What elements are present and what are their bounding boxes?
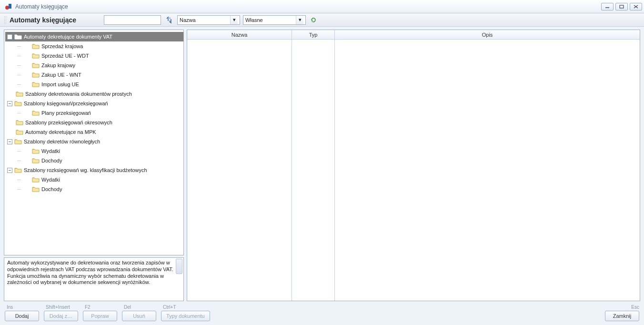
left-pane: −Automaty dekretujące dokumenty VAT─Sprz… (4, 30, 184, 301)
page-title: Automaty księgujące (10, 16, 76, 24)
sort-field-combo[interactable]: Nazwa ▾ (177, 15, 240, 25)
header-bar: Automaty księgujące 1 3 Nazwa ▾ Własne ▾ (0, 13, 644, 27)
combo-value: Nazwa (180, 17, 228, 23)
folder-icon (14, 100, 22, 107)
tree-node[interactable]: ─Zakup krajowy (15, 61, 183, 70)
collapse-icon[interactable]: − (7, 168, 12, 173)
tree-node-label: Szablony dekretowania dokumentów prostyc… (25, 91, 132, 97)
app-icon (5, 3, 12, 10)
svg-point-0 (5, 6, 9, 10)
collapse-icon[interactable]: − (7, 34, 12, 40)
chevron-down-icon: ▾ (230, 16, 238, 24)
description-panel: Automaty wykorzystywane do dekretowania … (4, 257, 184, 301)
tree-node[interactable]: −Szablony księgowań/przeksięgowań (5, 99, 183, 108)
folder-icon (32, 71, 40, 78)
tree-node[interactable]: ─Wydatki (15, 146, 183, 156)
main-area: −Automaty dekretujące dokumenty VAT─Sprz… (0, 27, 644, 301)
tree-node[interactable]: ─Dochody (15, 156, 183, 165)
column-nazwa[interactable]: Nazwa (187, 30, 292, 39)
svg-rect-3 (620, 5, 624, 8)
doc-types-button[interactable]: Typy dokumentu (161, 311, 210, 321)
tree-node-label: Automaty dekretujące dokumenty VAT (24, 34, 112, 40)
tree-node-label: Import usług UE (41, 81, 79, 87)
shortcut-label: Ins (5, 305, 13, 310)
tree-node-label: Szablony dekretów równoległych (24, 139, 100, 144)
folder-icon (32, 157, 40, 164)
svg-rect-1 (9, 4, 11, 9)
tree-panel[interactable]: −Automaty dekretujące dokumenty VAT─Sprz… (4, 30, 184, 255)
search-input[interactable] (104, 15, 161, 25)
shortcut-label: Ctrl+T (161, 305, 176, 310)
tree-node[interactable]: −Szablony rozksięgowań wg. klasyfikacji … (5, 165, 183, 175)
close-button[interactable] (630, 3, 642, 10)
maximize-button[interactable] (615, 3, 628, 10)
tree-node[interactable]: ─Import usług UE (15, 80, 183, 89)
folder-icon (16, 91, 23, 97)
edit-button[interactable]: Popraw (83, 311, 117, 321)
minimize-button[interactable] (601, 3, 614, 10)
tree-node-label: Dochody (41, 158, 62, 163)
tree-node-label: Szablony przeksięgowań okresowych (25, 120, 112, 125)
folder-icon (32, 43, 40, 50)
grid-panel: Nazwa Typ Opis (187, 30, 640, 301)
folder-icon (32, 52, 40, 59)
add-from-button[interactable]: Dodaj z… (44, 311, 78, 321)
close-dialog-button[interactable]: Zamknij (605, 311, 639, 321)
sort-button[interactable]: 1 3 (164, 15, 174, 25)
folder-icon (32, 176, 40, 183)
tree-node-label: Szablony rozksięgowań wg. klasyfikacji b… (24, 167, 147, 173)
folder-icon (32, 148, 40, 154)
tree-node[interactable]: −Szablony dekretów równoległych (5, 137, 183, 146)
add-button[interactable]: Dodaj (5, 311, 39, 321)
tree-node[interactable]: Szablony dekretowania dokumentów prostyc… (5, 89, 183, 99)
delete-button[interactable]: Usuń (122, 311, 156, 321)
folder-icon (32, 81, 40, 88)
tree-node[interactable]: −Automaty dekretujące dokumenty VAT (5, 32, 183, 41)
tree-node[interactable]: ─Plany przeksięgowań (15, 108, 183, 118)
column-opis[interactable]: Opis (335, 30, 640, 39)
tree-node[interactable]: Automaty dekretujące na MPK (5, 127, 183, 137)
shortcut-label: Del (122, 305, 131, 310)
tree-node[interactable]: ─Dochody (15, 184, 183, 194)
tree-node[interactable]: Szablony przeksięgowań okresowych (5, 118, 183, 127)
collapse-icon[interactable]: − (7, 101, 12, 106)
tree-node-label: Sprzedaż UE - WDT (41, 53, 89, 59)
shortcut-label: F2 (83, 305, 91, 310)
folder-icon (32, 186, 40, 193)
tree-node-label: Automaty dekretujące na MPK (25, 129, 96, 135)
tree-node[interactable]: ─Zakup UE - WNT (15, 70, 183, 80)
table-body[interactable] (187, 40, 640, 301)
description-text: Automaty wykorzystywane do dekretowania … (7, 260, 173, 285)
tree-node[interactable]: ─Sprzedaż UE - WDT (15, 51, 183, 61)
folder-icon (16, 129, 23, 135)
tree-node[interactable]: ─Sprzedaż krajowa (15, 41, 183, 51)
tree-node-label: Zakup krajowy (41, 62, 75, 68)
titlebar: Automaty księgujące (0, 0, 644, 13)
tree-node[interactable]: ─Wydatki (15, 175, 183, 184)
collapse-icon[interactable]: − (7, 139, 12, 144)
table-header: Nazwa Typ Opis (187, 30, 640, 40)
folder-icon (14, 138, 22, 145)
chevron-down-icon: ▾ (296, 16, 303, 24)
tree-node-label: Sprzedaż krajowa (41, 43, 83, 49)
folder-icon (32, 62, 40, 69)
combo-value: Własne (245, 17, 294, 23)
column-typ[interactable]: Typ (292, 30, 335, 39)
button-bar: Ins Dodaj Shift+Insert Dodaj z… F2 Popra… (0, 301, 644, 325)
shortcut-label: Shift+Insert (44, 305, 70, 310)
filter-combo[interactable]: Własne ▾ (243, 15, 306, 25)
tree-node-label: Szablony księgowań/przeksięgowań (24, 101, 108, 106)
folder-icon (16, 119, 23, 126)
shortcut-label: Esc (629, 305, 639, 310)
tree-node-label: Wydatki (41, 148, 60, 154)
tree-node-label: Dochody (41, 186, 62, 192)
tree-node-label: Plany przeksięgowań (41, 110, 91, 116)
grip-icon (4, 16, 7, 24)
folder-icon (14, 33, 22, 40)
tree-node-label: Wydatki (41, 177, 60, 183)
tree-node-label: Zakup UE - WNT (41, 72, 81, 78)
folder-icon (32, 110, 40, 116)
window-title: Automaty księgujące (15, 3, 68, 10)
refresh-icon[interactable] (309, 15, 318, 25)
folder-icon (14, 167, 22, 173)
